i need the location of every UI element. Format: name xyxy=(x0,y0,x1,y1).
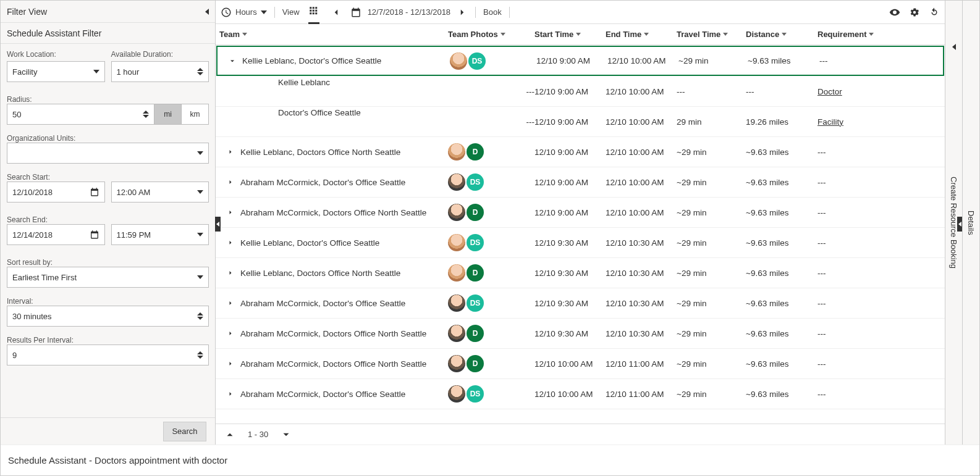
grid-icon xyxy=(308,6,319,17)
col-distance[interactable]: Distance xyxy=(746,30,817,39)
chevron-right-icon[interactable] xyxy=(226,268,235,278)
search-start-date[interactable]: 12/10/2018 xyxy=(7,182,105,203)
col-requirement[interactable]: Requirement xyxy=(817,30,892,39)
chevron-right-icon[interactable] xyxy=(226,389,235,399)
chevron-down-icon xyxy=(197,233,203,236)
col-photos[interactable]: Team Photos xyxy=(448,30,534,39)
chevron-down-icon xyxy=(197,190,203,194)
table-row[interactable]: Abraham McCormick, Doctors Office North … xyxy=(216,349,945,379)
unit-km-button[interactable]: km xyxy=(182,104,209,125)
expand-left-icon xyxy=(952,44,956,50)
table-row[interactable]: Abraham McCormick, Doctor's Office Seatt… xyxy=(216,167,945,198)
org-units-select[interactable] xyxy=(7,143,209,164)
sort-icon xyxy=(242,33,247,36)
avatar-badge: DS xyxy=(467,385,484,403)
avatar-badge: D xyxy=(467,143,484,161)
avatar-badge: DS xyxy=(467,234,484,251)
col-travel[interactable]: Travel Time xyxy=(677,30,746,39)
collapse-up-icon[interactable] xyxy=(224,429,235,440)
next-button[interactable] xyxy=(457,7,468,18)
pager-range: 1 - 30 xyxy=(248,430,268,439)
interval-input[interactable]: 30 minutes xyxy=(7,306,209,327)
table-row[interactable]: Abraham McCormick, Doctors Office North … xyxy=(216,319,945,349)
create-booking-panel[interactable]: Create Resource Booking xyxy=(945,1,962,445)
avatar-badge: D xyxy=(467,264,484,282)
work-location-select[interactable]: Facility xyxy=(7,61,105,82)
hours-dropdown[interactable]: Hours xyxy=(235,7,257,17)
chevron-right-icon[interactable] xyxy=(226,207,235,217)
avatar-badge: DS xyxy=(467,294,484,312)
avatar xyxy=(448,355,465,372)
col-team[interactable]: Team xyxy=(219,30,448,39)
avatar xyxy=(448,294,465,312)
date-range-label: 12/7/2018 - 12/13/2018 xyxy=(368,7,450,17)
spinner-icon xyxy=(197,312,203,320)
col-start[interactable]: Start Time xyxy=(534,30,606,39)
avatar-badge: DS xyxy=(467,173,484,191)
search-end-date[interactable]: 12/14/2018 xyxy=(7,224,105,245)
spinner-icon xyxy=(197,68,203,75)
table-row[interactable]: Doctor's Office Seattle---12/10 9:00 AM1… xyxy=(216,107,945,137)
results-toolbar: Hours View 12/7/2018 - 12/13/2018 Book xyxy=(216,1,945,24)
calendar-icon xyxy=(90,187,99,197)
requirement-link[interactable]: Facility xyxy=(817,117,843,127)
results-per-input[interactable]: 9 xyxy=(7,344,209,365)
chevron-right-icon[interactable] xyxy=(226,359,235,369)
sort-icon xyxy=(723,33,728,36)
book-button[interactable]: Book xyxy=(483,7,502,17)
table-row[interactable]: Abraham McCormick, Doctors Office North … xyxy=(216,198,945,228)
sort-select[interactable]: Earliest Time First xyxy=(7,267,209,288)
sort-icon xyxy=(869,33,874,36)
radius-input[interactable]: 50 xyxy=(7,104,154,125)
avatar-badge: D xyxy=(467,325,484,342)
panel-collapse-handle[interactable] xyxy=(215,217,221,232)
filter-title: Filter View xyxy=(7,7,47,17)
requirement-link[interactable]: Doctor xyxy=(817,87,842,96)
refresh-icon[interactable] xyxy=(929,7,940,18)
clock-icon xyxy=(221,7,232,18)
chevron-right-icon[interactable] xyxy=(226,238,235,248)
available-duration-input[interactable]: 1 hour xyxy=(111,61,209,82)
sort-icon xyxy=(782,33,787,36)
search-end-time[interactable]: 11:59 PM xyxy=(111,224,209,245)
table-row[interactable]: Abraham McCormick, Doctor's Office Seatt… xyxy=(216,288,945,319)
chevron-down-icon xyxy=(197,275,203,279)
chevron-right-icon[interactable] xyxy=(226,328,235,338)
grid-view-button[interactable] xyxy=(308,1,319,24)
table-row[interactable]: Kellie Leblanc, Doctors Office North Sea… xyxy=(216,137,945,167)
chevron-right-icon[interactable] xyxy=(226,298,235,308)
org-units-label: Organizational Units: xyxy=(7,134,75,143)
pager: 1 - 30 xyxy=(216,424,945,445)
filter-subtitle: Schedule Assistant Filter xyxy=(7,28,101,38)
calendar-icon xyxy=(90,230,99,240)
search-start-time[interactable]: 12:00 AM xyxy=(111,182,209,203)
avatar xyxy=(448,234,465,251)
spinner-icon xyxy=(143,111,149,118)
chevron-down-icon xyxy=(261,10,267,14)
avatar xyxy=(448,204,465,221)
eye-icon[interactable] xyxy=(889,7,900,18)
unit-mi-button[interactable]: mi xyxy=(154,104,182,125)
results-body[interactable]: Kellie Leblanc, Doctor's Office SeattleD… xyxy=(216,45,945,424)
prev-button[interactable] xyxy=(331,7,342,18)
chevron-down-icon[interactable] xyxy=(227,56,237,66)
avatar xyxy=(448,385,465,403)
search-start-label: Search Start: xyxy=(7,173,50,182)
sort-icon xyxy=(576,33,581,36)
chevron-down-icon xyxy=(93,70,99,73)
search-button[interactable]: Search xyxy=(163,422,206,441)
col-end[interactable]: End Time xyxy=(606,30,677,39)
details-panel[interactable]: Details xyxy=(962,1,979,445)
table-row[interactable]: Kellie Leblanc, Doctor's Office SeattleD… xyxy=(216,228,945,258)
calendar-icon[interactable] xyxy=(350,7,361,18)
chevron-right-icon[interactable] xyxy=(226,177,235,187)
gear-icon[interactable] xyxy=(909,7,920,18)
table-row[interactable]: Kellie Leblanc---12/10 9:00 AM12/10 10:0… xyxy=(216,77,945,107)
table-row[interactable]: Abraham McCormick, Doctor's Office Seatt… xyxy=(216,379,945,409)
collapse-left-icon[interactable] xyxy=(205,9,209,15)
table-row[interactable]: Kellie Leblanc, Doctors Office North Sea… xyxy=(216,258,945,288)
avatar-badge: D xyxy=(467,355,484,372)
expand-down-icon[interactable] xyxy=(281,429,292,440)
table-row[interactable]: Kellie Leblanc, Doctor's Office SeattleD… xyxy=(216,46,944,76)
chevron-right-icon[interactable] xyxy=(226,147,235,157)
